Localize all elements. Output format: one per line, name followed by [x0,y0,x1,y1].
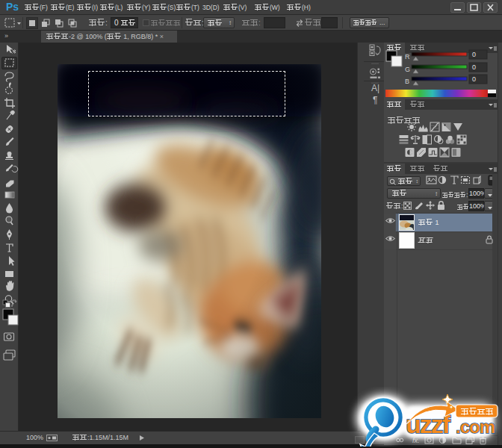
svg-text:R: R [405,53,410,60]
svg-text:.com: .com [456,417,495,437]
svg-text:G: G [405,66,410,73]
svg-text:0: 0 [472,63,476,71]
svg-text:uzzf: uzzf [406,410,451,438]
svg-text:B: B [405,78,409,85]
svg-text:0: 0 [472,75,476,83]
svg-text:0: 0 [472,51,476,58]
